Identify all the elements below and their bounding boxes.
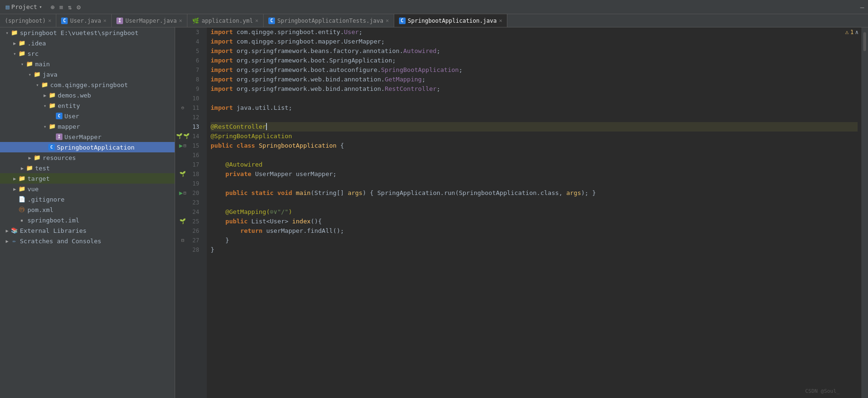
sidebar-item-target[interactable]: ▶ 📁 target xyxy=(0,173,175,184)
sidebar-item-external-libs[interactable]: ▶ 📚 External Libraries xyxy=(0,225,175,236)
tabs-bar: (springboot) ✕ C User.java ✕ I UserMappe… xyxy=(0,14,868,27)
run-icon-15[interactable]: ▶ xyxy=(179,141,183,150)
gutter-20[interactable]: ▶ ⊟ xyxy=(175,188,190,198)
tab-springboot[interactable]: (springboot) ✕ xyxy=(0,14,56,27)
sidebar-item-springboot-iml[interactable]: ▶ ▪ springboot.iml xyxy=(0,215,175,225)
sort-icon[interactable]: ⇅ xyxy=(67,2,73,12)
sidebar-item-pom-xml[interactable]: ▶ ⓜ pom.xml xyxy=(0,204,175,215)
sidebar-item-src[interactable]: ▾ 📁 src xyxy=(0,48,175,59)
gutter-15[interactable]: ▶ ⊟ xyxy=(175,141,190,150)
gutter-25: 🌱 xyxy=(175,217,190,226)
label-com-qingge: com.qingge.springboot xyxy=(50,81,175,88)
sidebar-item-demos-web[interactable]: ▶ 📁 demos.web xyxy=(0,90,175,100)
arrow-main: ▾ xyxy=(19,62,26,67)
gutter-19 xyxy=(175,179,190,188)
arrow-vue: ▶ xyxy=(11,186,18,192)
gutter-8 xyxy=(175,75,190,84)
fold-icon-15[interactable]: ⊟ xyxy=(183,141,186,150)
sidebar-item-user-file[interactable]: ▶ C User xyxy=(0,111,175,121)
code-content-27: } xyxy=(211,236,858,245)
run-icon-20[interactable]: ▶ xyxy=(179,188,183,198)
linenum-3: 3 xyxy=(190,27,203,37)
settings-icon[interactable]: ⚙ xyxy=(76,2,81,12)
editor-area[interactable]: ⚠ 1 ∧ ⊖ 🌱 xyxy=(175,27,868,398)
linenum-28: 28 xyxy=(190,245,203,255)
label-springboot-iml: springboot.iml xyxy=(27,217,175,224)
tab-springboot-app-close[interactable]: ✕ xyxy=(499,18,502,24)
linenum-11: 11 xyxy=(190,103,203,113)
sidebar-item-gitignore[interactable]: ▶ 📄 .gitignore xyxy=(0,194,175,204)
fold-icon-11[interactable]: ⊖ xyxy=(181,103,184,113)
code-line-9: import org.springframework.web.bind.anno… xyxy=(211,84,858,94)
label-scratches: Scratches and Consoles xyxy=(20,238,175,245)
sidebar-item-mapper[interactable]: ▾ 📁 mapper xyxy=(0,121,175,132)
code-content-28: } xyxy=(211,245,858,255)
gutter-27[interactable]: ⊟ xyxy=(175,236,190,245)
linenum-7: 7 xyxy=(190,65,203,75)
folder-entity-icon: 📁 xyxy=(48,102,56,109)
tab-yml-label: application.yml xyxy=(202,18,253,24)
list-icon[interactable]: ≡ xyxy=(58,2,64,12)
code-content-8: import org.springframework.web.bind.anno… xyxy=(211,75,858,84)
tab-user[interactable]: C User.java ✕ xyxy=(56,14,112,27)
sidebar-item-java[interactable]: ▾ 📁 java xyxy=(0,69,175,80)
badge-springboot-app: C xyxy=(48,144,55,150)
tab-tests-close[interactable]: ✕ xyxy=(386,18,389,24)
tab-application-yml[interactable]: 🌿 application.yml ✕ xyxy=(187,14,264,27)
sidebar-item-test[interactable]: ▶ 📁 test xyxy=(0,163,175,173)
label-idea: .idea xyxy=(27,40,175,47)
code-content-20: public static void main(String[] args) {… xyxy=(211,188,858,198)
tab-yml-close[interactable]: ✕ xyxy=(255,18,258,24)
sidebar-item-springboot-root[interactable]: ▾ 📁 springboot E:\vuetest\springboot xyxy=(0,27,175,38)
arrow-com-qingge: ▾ xyxy=(34,82,41,88)
gutter-11[interactable]: ⊖ xyxy=(175,103,190,113)
code-content-26: return userMapper.findAll(); xyxy=(211,226,858,236)
fold-icon-27[interactable]: ⊟ xyxy=(181,236,184,245)
folder-com-qingge-icon: 📁 xyxy=(41,81,48,88)
sidebar-item-com-qingge[interactable]: ▾ 📁 com.qingge.springboot xyxy=(0,80,175,90)
bean-icon-14b: 🌱 xyxy=(183,132,190,141)
bean-icon-18: 🌱 xyxy=(179,169,186,179)
editor-scrollbar[interactable] xyxy=(861,27,868,398)
tab-springboot-close[interactable]: ✕ xyxy=(48,18,52,24)
sidebar-item-scratches[interactable]: ▶ ✏ Scratches and Consoles xyxy=(0,236,175,246)
sidebar-item-springboot-app-file[interactable]: ▶ C SpringbootApplication xyxy=(0,142,175,152)
arrow-target: ▶ xyxy=(11,176,18,181)
linenum-20: 20 xyxy=(190,188,203,198)
tab-springboot-app[interactable]: C SpringbootApplication.java ✕ xyxy=(394,14,507,27)
linenum-12: 12 xyxy=(190,113,203,122)
code-line-28: } xyxy=(211,245,858,255)
sidebar-item-idea[interactable]: ▶ 📁 .idea xyxy=(0,38,175,48)
linenum-27: 27 xyxy=(190,236,203,245)
code-line-23 xyxy=(211,198,858,207)
code-lines[interactable]: import com.qingge.springboot.entity.User… xyxy=(207,27,861,398)
sidebar-item-main[interactable]: ▾ 📁 main xyxy=(0,59,175,69)
tab-usermapper[interactable]: I UserMapper.java ✕ xyxy=(112,14,187,27)
sidebar-item-entity[interactable]: ▾ 📁 entity xyxy=(0,100,175,111)
sidebar-item-resources[interactable]: ▶ 📁 resources xyxy=(0,152,175,163)
minimize-button[interactable]: — xyxy=(860,3,864,11)
pom-icon: ⓜ xyxy=(18,206,26,213)
fold-icon-20[interactable]: ⊟ xyxy=(183,188,186,198)
arrow-scratches: ▶ xyxy=(4,239,10,244)
watermark: CSDN @Soul_ xyxy=(805,388,840,394)
folder-mapper-icon: 📁 xyxy=(48,123,56,130)
tab-usermapper-close[interactable]: ✕ xyxy=(179,18,182,24)
project-dropdown[interactable]: ▤ Project ▾ xyxy=(4,2,44,11)
scroll-arrow-icon[interactable]: ∧ xyxy=(855,29,859,35)
tab-tests-icon: C xyxy=(268,18,275,24)
add-icon[interactable]: ⊕ xyxy=(50,2,55,12)
gutter-7 xyxy=(175,65,190,75)
line-numbers: 3 4 5 6 7 8 9 10 11 12 13 14 15 16 17 18… xyxy=(190,27,207,398)
main-layout: ▾ 📁 springboot E:\vuetest\springboot ▶ 📁… xyxy=(0,27,868,398)
label-resources: resources xyxy=(43,154,175,161)
tab-usermapper-icon: I xyxy=(116,18,123,24)
sidebar-item-vue[interactable]: ▶ 📁 vue xyxy=(0,184,175,194)
tab-tests[interactable]: C SpringbootApplicationTests.java ✕ xyxy=(264,14,394,27)
linenum-18: 18 xyxy=(190,169,203,179)
tab-user-close[interactable]: ✕ xyxy=(103,18,106,24)
sidebar-item-usermapper-file[interactable]: ▶ I UserMapper xyxy=(0,132,175,142)
scrollbar-thumb[interactable] xyxy=(863,32,866,51)
linenum-26: 26 xyxy=(190,226,203,236)
code-content-3: import com.qingge.springboot.entity.User… xyxy=(211,27,858,37)
